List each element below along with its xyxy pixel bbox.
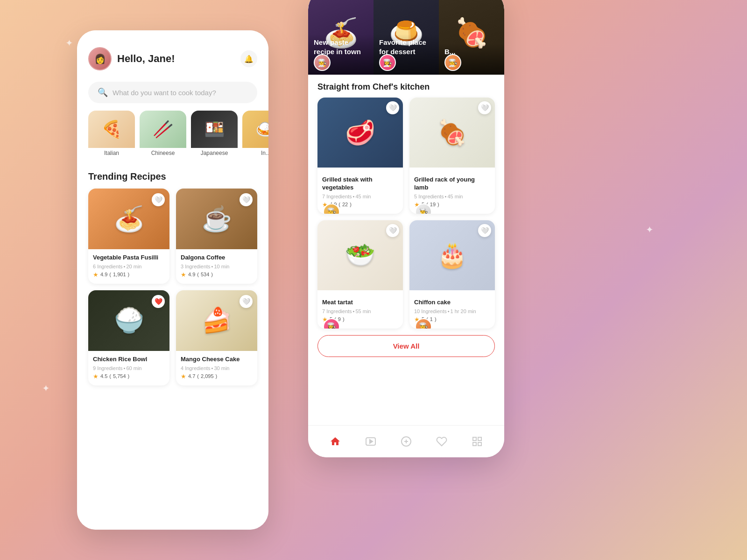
lamb-emoji: 🍖 xyxy=(437,119,467,147)
recipe-card-pasta[interactable]: 🍝 🤍 Vegetable Pasta Fusilli 6 Ingredient… xyxy=(88,189,169,284)
nav-favorites[interactable] xyxy=(432,432,451,451)
heart-icon-tartar: 🤍 xyxy=(389,227,397,234)
svg-rect-8 xyxy=(478,442,481,446)
star-icon-cake: ★ xyxy=(181,373,186,380)
favorite-btn-bowl[interactable]: ❤️ xyxy=(152,295,165,308)
chef-recipe-name-chiffon: Chiffon cake xyxy=(414,299,490,307)
steak-emoji: 🥩 xyxy=(345,119,375,147)
nav-home[interactable] xyxy=(326,432,345,451)
favorite-btn-steak[interactable]: 🤍 xyxy=(386,101,399,114)
sparkle-1: ✦ xyxy=(65,37,73,49)
notification-bell[interactable]: 🔔 xyxy=(240,50,257,67)
tartar-emoji: 🥗 xyxy=(345,241,375,269)
heart-icon-coffee: 🤍 xyxy=(242,196,250,203)
chef-recipe-tartar[interactable]: 🥗 🤍 👩‍🍳 Meat tartat 7 Ingredients•55 min… xyxy=(317,220,403,329)
nav-add[interactable] xyxy=(397,432,416,451)
search-input-placeholder: What do you want to cook today? xyxy=(113,89,216,97)
recipe-info-bowl: Chicken Rice Bowl 9 Ingredients•60 min ★… xyxy=(88,351,169,385)
stories-row: 🍝 New paste recipe in town 👨‍🍳 🍮 Favorit… xyxy=(308,0,504,75)
trending-recipes-grid: 🍝 🤍 Vegetable Pasta Fusilli 6 Ingredient… xyxy=(77,189,268,385)
chef-recipe-meta-steak: 7 Ingredients•45 min xyxy=(322,194,398,199)
story-title-1: New paste recipe in town xyxy=(314,38,368,56)
svg-rect-6 xyxy=(478,437,481,441)
recipe-card-coffee[interactable]: ☕ 🤍 Dalgona Coffee 3 Ingredients•10 min … xyxy=(176,189,257,284)
categories-row: 🍕 Italian 🥢 Chineese 🍱 Japaneese 🍛 In... xyxy=(77,111,268,171)
chef-recipe-lamb[interactable]: 🍖 🤍 👨‍🍳 Grilled rack of young lamb 5 Ing… xyxy=(409,98,495,214)
left-phone: 👩 Hello, Jane! 🔔 🔍 What do you want to c… xyxy=(77,30,268,530)
recipe-name-coffee: Dalgona Coffee xyxy=(181,254,253,262)
chef-recipe-name-tartar: Meat tartat xyxy=(322,299,398,307)
trending-title: Trending Recipes xyxy=(77,171,268,189)
nav-video[interactable] xyxy=(361,432,380,451)
recipe-name-bowl: Chicken Rice Bowl xyxy=(93,356,165,364)
favorite-btn-coffee[interactable]: 🤍 xyxy=(240,193,253,206)
chef-recipe-meta-tartar: 7 Ingredients•55 min xyxy=(322,308,398,314)
search-bar[interactable]: 🔍 What do you want to cook today? xyxy=(88,82,257,103)
category-japanese-label: Japaneese xyxy=(191,148,238,158)
heart-icon-cake: 🤍 xyxy=(242,298,250,305)
chefs-title: Straight from Chef's kitchen xyxy=(317,75,495,98)
search-icon: 🔍 xyxy=(98,87,108,98)
story-card-1[interactable]: 🍝 New paste recipe in town 👨‍🍳 xyxy=(308,0,374,75)
recipe-meta-bowl: 9 Ingredients•60 min xyxy=(93,365,165,371)
chiffon-emoji: 🎂 xyxy=(437,241,467,269)
story-card-2[interactable]: 🍮 Favorite place for dessert 👩‍🍳 xyxy=(374,0,439,75)
coffee-emoji: ☕ xyxy=(202,205,232,233)
story-avatar-1: 👨‍🍳 xyxy=(314,54,331,71)
star-icon-pasta: ★ xyxy=(93,271,99,278)
favorite-btn-chiffon[interactable]: 🤍 xyxy=(478,224,491,237)
category-indian-bg: 🍛 xyxy=(242,111,268,148)
category-indian-label: In... xyxy=(242,148,268,158)
sparkle-3: ✦ xyxy=(646,224,654,235)
chef-recipe-name-steak: Grilled steak with vegetables xyxy=(322,176,398,192)
story-avatar-3: 👨‍🍳 xyxy=(444,54,461,71)
svg-marker-1 xyxy=(370,440,373,443)
recipe-card-bowl[interactable]: 🍚 ❤️ Chicken Rice Bowl 9 Ingredients•60 … xyxy=(88,290,169,385)
recipe-card-cake[interactable]: 🍰 🤍 Mango Cheese Cake 4 Ingredients•30 m… xyxy=(176,290,257,385)
svg-rect-7 xyxy=(473,442,476,446)
recipe-rating-pasta: ★ 4.9 (1,901) xyxy=(93,271,165,278)
recipe-name-pasta: Vegetable Pasta Fusilli xyxy=(93,254,165,262)
recipe-name-cake: Mango Cheese Cake xyxy=(181,356,253,364)
category-chinese[interactable]: 🥢 Chineese xyxy=(140,111,186,162)
recipe-rating-coffee: ★ 4.9 (534) xyxy=(181,271,253,278)
view-all-button[interactable]: View All xyxy=(317,335,495,357)
avatar: 👩 xyxy=(88,47,112,70)
chef-recipe-chiffon[interactable]: 🎂 🤍 👨‍🍳 Chiffon cake 10 Ingredients•1 hr… xyxy=(409,220,495,329)
chef-recipe-meta-lamb: 5 Ingredients•45 min xyxy=(414,194,490,199)
recipe-meta-cake: 4 Ingredients•30 min xyxy=(181,365,253,371)
recipe-info-pasta: Vegetable Pasta Fusilli 6 Ingredients•20… xyxy=(88,249,169,284)
favorite-btn-pasta[interactable]: 🤍 xyxy=(152,193,165,206)
category-chinese-bg: 🥢 xyxy=(140,111,186,148)
nav-menu[interactable] xyxy=(468,432,486,451)
favorite-btn-lamb[interactable]: 🤍 xyxy=(478,101,491,114)
category-italian[interactable]: 🍕 Italian xyxy=(88,111,135,162)
category-japanese[interactable]: 🍱 Japaneese xyxy=(191,111,238,162)
story-title-2: Favorite place for dessert xyxy=(379,38,433,56)
user-info: 👩 Hello, Jane! xyxy=(88,47,175,70)
right-phone: 🍝 New paste recipe in town 👨‍🍳 🍮 Favorit… xyxy=(308,0,504,457)
favorite-btn-cake[interactable]: 🤍 xyxy=(240,295,253,308)
star-icon-bowl: ★ xyxy=(93,373,99,380)
heart-icon-bowl: ❤️ xyxy=(155,298,162,305)
chef-recipe-steak[interactable]: 🥩 🤍 👨‍🍳 Grilled steak with vegetables 7 … xyxy=(317,98,403,214)
category-chinese-label: Chineese xyxy=(140,148,186,158)
favorite-btn-tartar[interactable]: 🤍 xyxy=(386,224,399,237)
heart-icon-chiffon: 🤍 xyxy=(481,227,489,234)
heart-icon-pasta: 🤍 xyxy=(155,196,162,203)
chef-recipes-grid: 🥩 🤍 👨‍🍳 Grilled steak with vegetables 7 … xyxy=(317,98,495,329)
recipe-meta-pasta: 6 Ingredients•20 min xyxy=(93,264,165,269)
recipe-info-cake: Mango Cheese Cake 4 Ingredients•30 min ★… xyxy=(176,351,257,385)
recipe-meta-coffee: 3 Ingredients•10 min xyxy=(181,264,253,269)
recipe-info-coffee: Dalgona Coffee 3 Ingredients•10 min ★ 4.… xyxy=(176,249,257,284)
greeting-text: Hello, Jane! xyxy=(117,53,175,65)
category-indian[interactable]: 🍛 In... xyxy=(242,111,268,162)
story-card-3[interactable]: 🍖 B... 👨‍🍳 xyxy=(439,0,504,75)
heart-icon-steak: 🤍 xyxy=(389,104,397,112)
heart-icon-lamb: 🤍 xyxy=(481,104,489,112)
star-icon-coffee: ★ xyxy=(181,271,186,278)
cake-emoji: 🍰 xyxy=(202,306,232,335)
bowl-emoji: 🍚 xyxy=(114,306,144,335)
story-avatar-2: 👩‍🍳 xyxy=(379,54,396,71)
chefs-section: Straight from Chef's kitchen 🥩 🤍 👨‍🍳 Gri… xyxy=(308,75,504,357)
